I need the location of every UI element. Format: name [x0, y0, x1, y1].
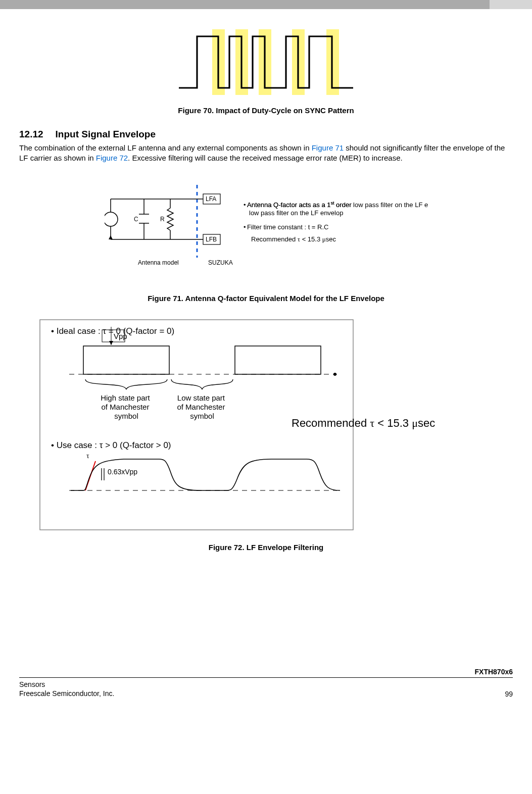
svg-marker-41: [109, 341, 113, 345]
section-body: The combination of the external LF anten…: [19, 143, 513, 164]
svg-rect-39: [83, 346, 169, 374]
svg-point-9: [105, 212, 118, 226]
figure-71-caption: Figure 71. Antenna Q-factor Equivalent M…: [19, 294, 513, 303]
svg-text:•: •: [244, 201, 246, 209]
svg-text:τ: τ: [86, 452, 89, 460]
footer-sensors: Sensors: [19, 680, 114, 689]
page-footer: FXTH870x6 Sensors Freescale Semiconducto…: [0, 668, 532, 706]
svg-text:•: •: [244, 223, 246, 231]
footer-page-number: 99: [505, 690, 513, 698]
svg-text:LFB: LFB: [206, 236, 217, 243]
section-number: 12.12: [19, 129, 43, 140]
svg-rect-44: [235, 346, 321, 374]
svg-text:low pass filter on the LF enve: low pass filter on the LF envelop: [249, 209, 343, 217]
footer-company: Freescale Semiconductor, Inc.: [19, 689, 114, 698]
footer-part-number: FXTH870x6: [19, 668, 513, 676]
footer-divider: [19, 677, 513, 678]
figure-71-link[interactable]: Figure 71: [312, 143, 344, 152]
svg-text:• Use case : τ > 0 (Q-factor >: • Use case : τ > 0 (Q-factor > 0): [51, 440, 171, 450]
svg-text:Recommended τ < 15.3 μsec: Recommended τ < 15.3 μsec: [251, 235, 336, 243]
svg-text:0.63xVpp: 0.63xVpp: [108, 468, 137, 476]
svg-text:• Ideal case : τ = 0 (Q-factor: • Ideal case : τ = 0 (Q-factor = 0): [51, 326, 174, 336]
figure-71: C R LFA LFB Antenna model SUZUKA • Anten…: [19, 184, 513, 303]
svg-point-45: [333, 373, 336, 376]
svg-text:LFA: LFA: [206, 195, 216, 203]
section-title: Input Signal Envelope: [56, 129, 156, 139]
header-bar: [0, 0, 532, 9]
figure-70-caption: Figure 70. Impact of Duty-Cycle on SYNC …: [19, 106, 513, 115]
svg-text:C: C: [134, 216, 138, 223]
svg-text:Antenna Q-factor acts as a 1st: Antenna Q-factor acts as a 1st order: [247, 201, 352, 209]
svg-text:Low state part
        of Manc: Low state part of Manchester symbol: [177, 393, 227, 420]
sync-waveform-diagram: [179, 29, 353, 95]
svg-text:Recommended τ < 15.3 μsec: Recommended τ < 15.3 μsec: [292, 417, 435, 429]
svg-marker-11: [109, 235, 113, 239]
figure-70: Figure 70. Impact of Duty-Cycle on SYNC …: [19, 29, 513, 115]
section-heading: 12.12Input Signal Envelope: [19, 129, 513, 140]
antenna-model-diagram: C R LFA LFB Antenna model SUZUKA • Anten…: [105, 184, 428, 275]
figure-72-caption: Figure 72. LF Envelope Filtering: [19, 543, 513, 552]
svg-text:SUZUKA: SUZUKA: [208, 259, 233, 266]
svg-text:High state part
        of Man: High state part of Manchester symbol: [101, 393, 152, 420]
envelope-filtering-diagram: • Ideal case : τ = 0 (Q-factor = 0) Vpp …: [39, 319, 494, 531]
svg-text:R: R: [160, 216, 165, 223]
header-bar-right: [490, 0, 532, 9]
figure-72: • Ideal case : τ = 0 (Q-factor = 0) Vpp …: [19, 319, 513, 552]
svg-text:Filter time constant : t = R.C: Filter time constant : t = R.C: [247, 223, 328, 231]
svg-text:Antenna model: Antenna model: [138, 259, 179, 266]
svg-text:Vpp: Vpp: [114, 332, 127, 340]
figure-72-link[interactable]: Figure 72: [96, 154, 128, 162]
